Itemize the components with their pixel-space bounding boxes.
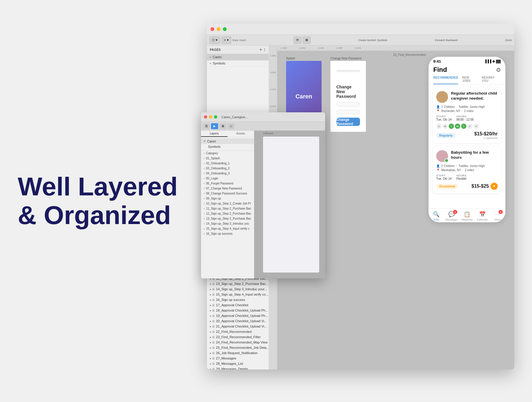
artboard-pwd-frame[interactable]: Change New Password Change Password bbox=[330, 61, 366, 132]
nav-messages[interactable]: 💬 1 Messages bbox=[444, 211, 459, 221]
job-tag-1[interactable]: Regularly bbox=[436, 133, 456, 138]
nav-more[interactable]: ⋯ 3 More bbox=[490, 211, 505, 221]
job-applicants-1: 2 Applicants bbox=[474, 137, 498, 140]
toolbar-data-label: Data bbox=[233, 39, 238, 42]
ruler-mark-1: -2,300 bbox=[280, 47, 287, 49]
layer-item-29[interactable]: ▸ ⊞29_Messages_Details bbox=[207, 366, 269, 369]
mini-layer-item-9[interactable]: # 09_Sign up bbox=[201, 196, 254, 201]
layer-item-26[interactable]: ▸ ⊞26_Job Request_Notification bbox=[207, 350, 269, 356]
sketch-toolbar: ⬡ ▾ + ▾ Data Insert ⟳ ⊞ Create Symbol Sy… bbox=[207, 35, 514, 46]
add-page-button[interactable]: + ↑ bbox=[259, 47, 266, 52]
layer-item-20[interactable]: ▸ ⊞20_Approval Checklist_Upload Vi... bbox=[207, 318, 269, 324]
mini-tab-assets[interactable]: Assets bbox=[228, 131, 254, 137]
layer-item-21[interactable]: ▸ ⊞21_Approval Checklist_Upload Vi... bbox=[207, 324, 269, 329]
start-block-2: START Tue, Otc 14 bbox=[436, 174, 452, 180]
mini-artboard: Artboard bbox=[263, 137, 319, 273]
job-price-value-1: $15-$20/hr bbox=[474, 131, 498, 137]
mini-toolbar-play[interactable]: ▶ bbox=[211, 123, 218, 129]
layer-item-24[interactable]: ▸ ⊞24_Find_Recommended_Map View bbox=[207, 340, 269, 345]
layer-item-16[interactable]: ▸ ⊞16_Sign up success bbox=[207, 297, 269, 302]
mini-layer-item-0[interactable]: # Category bbox=[201, 151, 254, 156]
pwd-input-2[interactable] bbox=[336, 110, 360, 114]
mini-layer-label-10: 10_Sign up_Step 1_Create Job Pr bbox=[206, 202, 251, 205]
page-item-symbols[interactable]: ▸ Symbols bbox=[207, 60, 269, 67]
layer-item-23[interactable]: ▸ ⊞23_Find_Recommended_Filter bbox=[207, 334, 269, 340]
forward-label[interactable]: Forward bbox=[435, 39, 445, 42]
mini-page-caren[interactable]: ✓ Caren bbox=[201, 138, 254, 144]
mini-layer-label-8: 08_Change Password Success bbox=[206, 192, 247, 195]
pwd-input-1[interactable] bbox=[336, 102, 360, 106]
zoom-label[interactable]: Zoom bbox=[505, 39, 512, 42]
mini-toolbar-shape[interactable]: ⊞ bbox=[219, 123, 226, 129]
layer-item-19[interactable]: ▸ ⊞19_Approval Checklist_Upload Ph... bbox=[207, 313, 269, 318]
mini-layer-item-15[interactable]: # 15_Sign up_Step 4_Input verify c bbox=[201, 226, 254, 231]
nav-find[interactable]: 🔍 Find bbox=[429, 211, 444, 221]
toolbar-symbols-btn[interactable]: ⊞ bbox=[303, 36, 311, 44]
backward-label[interactable]: Backward bbox=[446, 39, 458, 42]
tab-recommended[interactable]: RECOMMENDED bbox=[433, 76, 458, 84]
tab-nearby[interactable]: NEARBY YOU bbox=[482, 76, 501, 84]
mini-layer-item-14[interactable]: # 14_Sign up_Step 3_Introduc you bbox=[201, 221, 254, 226]
mini-layer-item-2[interactable]: # 02_Onboarding_1 bbox=[201, 161, 254, 166]
layer-item-22[interactable]: ▸ ⊞22_Find_Recommended bbox=[207, 329, 269, 334]
toolbar-shape-btn[interactable]: ⬡ ▾ bbox=[209, 36, 220, 44]
tab-new-jobs[interactable]: NEW JOBS bbox=[462, 76, 478, 84]
nav-requests[interactable]: 📋 Requests bbox=[459, 211, 475, 221]
symbols-label[interactable]: Symbols bbox=[377, 39, 387, 42]
layer-item-13[interactable]: ▸ ⊞13_Sign up_Step 2_Purchase Bac... bbox=[207, 281, 269, 286]
mini-tab-layers[interactable]: Layers bbox=[201, 131, 228, 137]
mini-layer-item-10[interactable]: # 10_Sign up_Step 1_Create Job Pr bbox=[201, 201, 254, 206]
mini-layer-item-8[interactable]: # 08_Change Password Success bbox=[201, 191, 254, 196]
mini-page-check: ✓ bbox=[203, 139, 206, 143]
job-tag-2[interactable]: Occasional bbox=[436, 184, 458, 189]
layer-item-18[interactable]: ▸ ⊞18_Approval Checklist_Upload Ph... bbox=[207, 308, 269, 313]
layer-label-18: 18_Approval Checklist_Upload Ph... bbox=[216, 309, 268, 312]
mini-toolbar: ☰ ▶ ⊞ □ bbox=[201, 122, 325, 131]
job-footer-2: Occasional $15-$25 ▼ bbox=[436, 183, 498, 190]
toolbar-insert-label: Insert bbox=[239, 39, 246, 42]
minimize-button[interactable] bbox=[217, 27, 220, 31]
mini-layer-item-7[interactable]: # 07_Change New Password bbox=[201, 186, 254, 191]
layer-label-14: 14_Sign up_Step 3_Introduc your... bbox=[216, 287, 267, 291]
mini-toolbar-menu[interactable]: ☰ bbox=[203, 123, 210, 129]
layer-item-14[interactable]: ▸ ⊞14_Sign up_Step 3_Introduc your... bbox=[207, 286, 269, 292]
close-button[interactable] bbox=[210, 27, 214, 31]
start-value-1: Tue, Otc 14 bbox=[436, 118, 452, 121]
mini-minimize-btn[interactable] bbox=[209, 115, 212, 119]
mini-page-symbols[interactable]: Symbols bbox=[201, 144, 254, 149]
mini-maximize-btn[interactable] bbox=[214, 115, 217, 119]
mini-layer-item-5[interactable]: # 05_Login bbox=[201, 176, 254, 181]
layer-item-17[interactable]: ▸ ⊞17_Approval Checklist bbox=[207, 302, 269, 308]
mini-layer-item-16[interactable]: # 16_Sign up success bbox=[201, 231, 254, 236]
mini-toolbar-rect[interactable]: □ bbox=[228, 123, 235, 129]
change-pwd-screen: Change New Password Change Password bbox=[330, 61, 366, 132]
mini-page-symbols-label: Symbols bbox=[208, 145, 220, 148]
layer-label-24: 24_Find_Recommended_Map View bbox=[216, 341, 268, 344]
pwd-submit-btn[interactable]: Change Password bbox=[336, 118, 360, 126]
page-item-caren[interactable]: ▸ Caren bbox=[207, 54, 269, 60]
toolbar-plus-btn[interactable]: + ▾ bbox=[221, 36, 231, 44]
mini-layer-item-11[interactable]: # 11_Sign up_Step 2_Purchase Bac bbox=[201, 206, 254, 211]
mini-layer-item-3[interactable]: # 03_Onboarding_2 bbox=[201, 166, 254, 171]
filter-icon[interactable]: ▼ bbox=[491, 183, 498, 190]
nav-calendar[interactable]: 📅 Calendar bbox=[475, 211, 490, 221]
layer-item-15[interactable]: ▸ ⊞15_Sign up_Step 4_Input verify co... bbox=[207, 292, 269, 297]
job-distance-1: 2 miles bbox=[464, 109, 473, 113]
layer-item-28[interactable]: ▸ ⊞28_Messages_List bbox=[207, 361, 269, 366]
mini-layer-item-12[interactable]: # 12_Sign up_Step 2_Purchase Bac bbox=[201, 211, 254, 216]
mini-layer-item-4[interactable]: # 04_Onboarding_3 bbox=[201, 171, 254, 176]
toolbar-sync-btn[interactable]: ⟳ bbox=[293, 36, 301, 44]
create-symbol-label[interactable]: Create Symbol bbox=[358, 39, 376, 42]
mini-canvas[interactable]: Artboard bbox=[254, 131, 325, 278]
mini-layer-item-1[interactable]: # 01_Splash bbox=[201, 156, 254, 161]
layer-label-20: 20_Approval Checklist_Upload Vi... bbox=[216, 319, 267, 323]
mini-close-btn[interactable] bbox=[204, 115, 207, 119]
layer-item-27[interactable]: ▸ ⊞27_Messages bbox=[207, 356, 269, 361]
day-W-1: W bbox=[455, 124, 460, 129]
mini-layer-label-6: 06_Forget Password bbox=[206, 182, 233, 185]
maximize-button[interactable] bbox=[223, 27, 227, 31]
scan-icon[interactable]: ⊙ bbox=[496, 67, 501, 73]
layer-item-25[interactable]: ▸ ⊞25_Find_Recommended_Job Deta... bbox=[207, 345, 269, 350]
mini-layer-item-13[interactable]: # 13_Sign up_Step 2_Purchase Bac bbox=[201, 216, 254, 221]
mini-layer-item-6[interactable]: # 06_Forget Password bbox=[201, 181, 254, 186]
